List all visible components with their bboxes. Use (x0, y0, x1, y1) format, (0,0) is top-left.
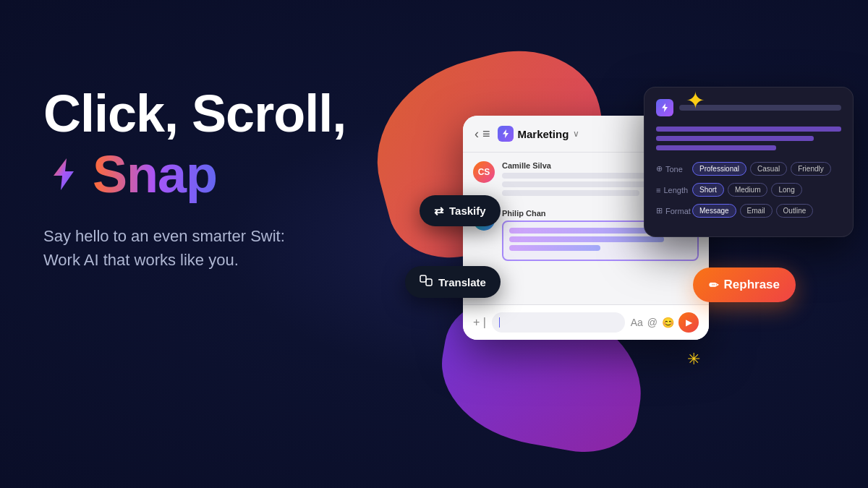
format-icon: ⊞ (656, 206, 663, 215)
format-label: ⊞ Format (656, 206, 686, 215)
input-toolbar: Aa @ 😊 ▶ (631, 312, 699, 333)
chip-casual[interactable]: Casual (750, 162, 787, 176)
chip-message[interactable]: Message (692, 204, 736, 218)
translate-icon (420, 275, 433, 289)
emoji-icon[interactable]: 😊 (662, 317, 674, 328)
message-bubble-highlight (509, 245, 600, 251)
add-icon[interactable]: + | (473, 316, 486, 329)
chat-input-bar: + | Aa @ 😊 ▶ (463, 304, 709, 340)
ai-panel-header (656, 99, 841, 116)
tone-chips: Professional Casual Friendly (692, 162, 831, 176)
format-icon[interactable]: Aa (631, 317, 643, 328)
hero-section: Click, Scroll, Snap Say hello to an even… (43, 87, 391, 272)
cursor (499, 317, 500, 328)
snap-text: Snap (93, 145, 217, 204)
send-button[interactable]: ▶ (678, 312, 699, 333)
subtitle: Say hello to an even smarter Swit: Work … (43, 224, 391, 272)
taskify-label: Taskify (449, 205, 486, 217)
chip-outline[interactable]: Outline (776, 204, 814, 218)
tone-row: ⊕ Tone Professional Casual Friendly (656, 162, 841, 176)
format-row: ⊞ Format Message Email Outline (656, 204, 841, 218)
length-chips: Short Medium Long (692, 183, 802, 197)
length-icon: ≡ (656, 186, 660, 194)
format-chips: Message Email Outline (692, 204, 813, 218)
chat-chevron-icon: ∨ (573, 129, 579, 139)
svg-rect-3 (420, 275, 426, 282)
length-row: ≡ Length Short Medium Long (656, 183, 841, 197)
message-bubble (502, 190, 639, 196)
taskify-icon: ⇄ (434, 204, 443, 218)
ai-text-line (656, 145, 776, 150)
translate-button[interactable]: Translate (405, 266, 501, 298)
chat-title: Marketing (518, 128, 569, 140)
chip-medium[interactable]: Medium (728, 183, 768, 197)
length-label: ≡ Length (656, 186, 686, 194)
rephrase-icon: ✏ (709, 278, 718, 292)
rephrase-button[interactable]: ✏ Rephrase (693, 267, 796, 302)
message-input[interactable] (492, 312, 625, 333)
sparkle-large-icon: ✦ (686, 87, 705, 114)
sparkle-small-icon: ✳ (687, 350, 700, 369)
ai-text-line (656, 136, 814, 141)
tone-label: ⊕ Tone (656, 164, 686, 174)
tone-icon: ⊕ (656, 164, 663, 174)
svg-marker-2 (662, 103, 668, 112)
translate-label: Translate (438, 276, 486, 288)
headline-line1: Click, Scroll, (43, 87, 391, 142)
ai-panel: ⊕ Tone Professional Casual Friendly ≡ Le… (644, 87, 854, 237)
svg-marker-0 (54, 158, 74, 190)
ai-text-preview (656, 127, 841, 150)
taskify-button[interactable]: ⇄ Taskify (420, 195, 501, 226)
avatar-camille: CS (473, 161, 495, 183)
snap-bolt-icon (43, 154, 84, 194)
snap-line: Snap (43, 145, 391, 204)
mention-icon[interactable]: @ (647, 317, 658, 328)
right-section: ✦ ✳ ‹ ≡ Marketing ∨ CS Camille Silva (376, 0, 868, 488)
chip-long[interactable]: Long (771, 183, 801, 197)
chip-email[interactable]: Email (740, 204, 773, 218)
channel-icon (498, 126, 514, 142)
back-icon[interactable]: ‹ ≡ (475, 127, 490, 142)
svg-rect-4 (426, 279, 432, 286)
chat-title-group: Marketing ∨ (498, 126, 580, 142)
chip-short[interactable]: Short (692, 183, 724, 197)
svg-marker-1 (503, 129, 509, 138)
message-bubble-highlight (509, 236, 664, 242)
chip-professional[interactable]: Professional (692, 162, 746, 176)
rephrase-label: Rephrase (724, 278, 780, 292)
chip-friendly[interactable]: Friendly (791, 162, 831, 176)
ai-logo-icon (656, 99, 673, 116)
ai-text-line (656, 127, 841, 132)
